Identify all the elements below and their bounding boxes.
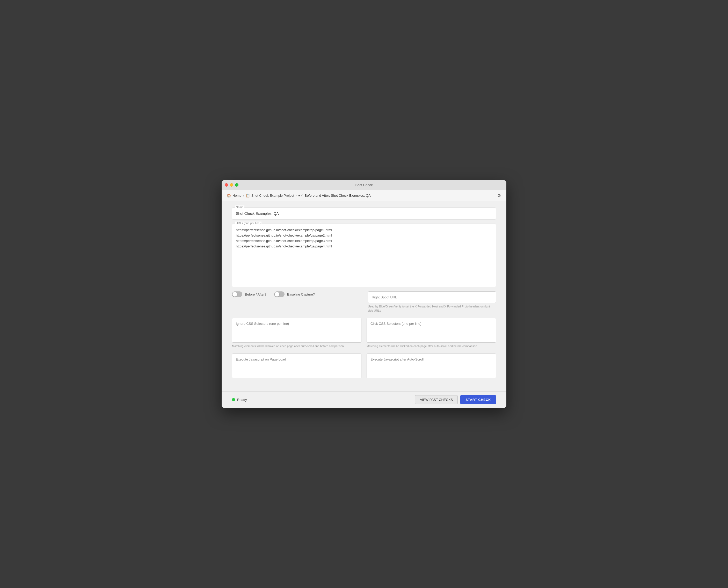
app-window: Shot Check 🏠 Home › 📋 Shot Check Example… (222, 180, 506, 407)
project-icon: 📋 (246, 194, 250, 197)
check-icon: ≡✓ (298, 194, 303, 197)
exec-js-scroll-col (367, 354, 496, 380)
toggle-knob (232, 292, 237, 297)
window-title: Shot Check (355, 183, 373, 187)
name-field-group: Name (232, 208, 496, 219)
name-label: Name (235, 206, 244, 209)
toggle-section: Before / After? Baseline Capture? (232, 291, 360, 297)
breadcrumb-current-label: Before and After: Shot Check Examples: Q… (305, 194, 371, 197)
exec-js-load-col (232, 354, 361, 380)
breadcrumb-current: ≡✓ Before and After: Shot Check Examples… (298, 194, 371, 197)
spoof-url-description: Used by Blue/Green Verify to set the X-F… (368, 304, 496, 313)
ignore-css-col: Matching elements will be blanked on eac… (232, 318, 361, 348)
name-input[interactable] (232, 208, 496, 219)
maximize-button[interactable] (235, 183, 238, 187)
bottom-bar: Ready VIEW PAST CHECKS START CHECK (222, 391, 506, 408)
spoof-url-group: Used by Blue/Green Verify to set the X-F… (368, 291, 496, 313)
breadcrumb-sep-1: › (243, 194, 244, 197)
breadcrumb-project[interactable]: 📋 Shot Check Example Project (246, 194, 294, 197)
urls-field-group: URLs (one per line) https://perfectsense… (232, 224, 496, 287)
status-dot (232, 398, 235, 401)
main-content: Name URLs (one per line) https://perfect… (222, 201, 506, 391)
settings-icon[interactable]: ⚙ (497, 193, 501, 198)
before-after-toggle[interactable] (232, 291, 242, 297)
ignore-css-textarea[interactable] (232, 318, 361, 341)
urls-textarea[interactable]: https://perfectsense.github.io/shot-chec… (232, 224, 496, 286)
css-selectors-row: Matching elements will be blanked on eac… (232, 318, 496, 348)
home-icon: 🏠 (227, 194, 231, 197)
click-css-col: Matching elements will be clicked on eac… (367, 318, 496, 348)
ignore-css-description: Matching elements will be blanked on eac… (232, 344, 361, 348)
breadcrumb-home[interactable]: 🏠 Home (227, 194, 242, 197)
minimize-button[interactable] (230, 183, 233, 187)
click-css-textarea[interactable] (367, 318, 496, 341)
exec-js-scroll-textarea[interactable] (367, 354, 496, 377)
breadcrumb-bar: 🏠 Home › 📋 Shot Check Example Project › … (222, 190, 506, 201)
titlebar: Shot Check (222, 180, 506, 190)
click-css-description: Matching elements will be clicked on eac… (367, 344, 496, 348)
exec-js-scroll-field (367, 354, 496, 378)
baseline-capture-group: Baseline Capture? (274, 291, 315, 297)
baseline-toggle[interactable] (274, 291, 285, 297)
baseline-knob (275, 292, 279, 297)
ignore-css-field (232, 318, 361, 343)
urls-label: URLs (one per line) (235, 222, 262, 225)
exec-js-load-textarea[interactable] (232, 354, 361, 377)
breadcrumb: 🏠 Home › 📋 Shot Check Example Project › … (227, 194, 371, 197)
breadcrumb-sep-2: › (296, 194, 297, 197)
click-css-field (367, 318, 496, 343)
before-after-group: Before / After? (232, 291, 266, 297)
close-button[interactable] (225, 183, 228, 187)
controls-row: Before / After? Baseline Capture? Used b… (232, 291, 496, 313)
before-after-label: Before / After? (245, 292, 266, 296)
start-check-button[interactable]: START CHECK (460, 395, 496, 404)
execute-js-row (232, 354, 496, 380)
spoof-url-input[interactable] (368, 292, 496, 303)
exec-js-load-field (232, 354, 361, 378)
window-controls (225, 183, 238, 187)
bottom-buttons: VIEW PAST CHECKS START CHECK (415, 395, 496, 404)
status-label: Ready (237, 398, 247, 402)
breadcrumb-home-label: Home (232, 194, 242, 197)
baseline-label: Baseline Capture? (287, 292, 315, 296)
status-indicator: Ready (232, 398, 247, 402)
view-past-checks-button[interactable]: VIEW PAST CHECKS (415, 395, 458, 404)
breadcrumb-project-label: Shot Check Example Project (251, 194, 294, 197)
spoof-url-field (368, 291, 496, 303)
